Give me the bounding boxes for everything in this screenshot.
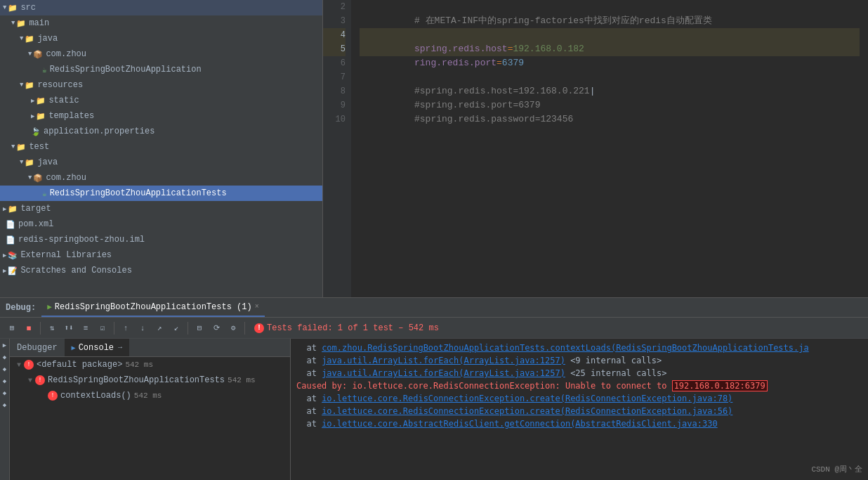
tree-item-iml[interactable]: 📄 redis-springboot-zhou.iml (0, 232, 322, 247)
tree-item-static[interactable]: ▶ 📁 static (0, 93, 322, 108)
tree-label: templates (48, 111, 94, 121)
sort-alpha-button[interactable]: ⇅ (44, 320, 60, 336)
stack-link-6[interactable]: io.lettuce.core.AbstractRedisClient.getC… (322, 419, 718, 429)
tree-item-pom[interactable]: 📄 pom.xml (0, 216, 322, 232)
hide-passed-button[interactable]: ☑ (95, 320, 110, 336)
stack-link-1[interactable]: com.zhou.RedisSpringBootZhouApplicationT… (322, 343, 809, 353)
refresh-button[interactable]: ⟳ (209, 320, 224, 336)
rerun-button[interactable]: ⊞ (4, 320, 20, 336)
tree-label: contextLoads() (60, 391, 131, 401)
tree-item-comzhou2[interactable]: ▼ 📦 com.zhou (0, 170, 322, 186)
side-btn-1[interactable]: ▶ (3, 342, 6, 349)
tree-label: RedisSpringBootZhouApplicationTests (48, 375, 225, 385)
scratch-icon: 📝 (8, 266, 18, 275)
debug-session-tab[interactable]: ▶ RedisSpringBootZhouApplicationTests (1… (41, 298, 265, 317)
tree-item-target[interactable]: ▶ 📁 target (0, 201, 322, 216)
tree-item-main[interactable]: ▼ 📁 main (0, 15, 322, 31)
folder-icon: 📁 (8, 205, 18, 214)
toolbar-sep-1 (40, 322, 41, 335)
console-output: at com.zhou.RedisSpringBootZhouApplicati… (291, 339, 868, 480)
test-class-icon: ☕ (42, 189, 47, 198)
debug-label: Debug: (3, 303, 39, 313)
tree-item-test[interactable]: ▼ 📁 test (0, 139, 322, 155)
java-folder-icon: 📁 (25, 34, 34, 44)
tree-item-test-class[interactable]: ☕ RedisSpringBootZhouApplicationTests (0, 186, 322, 201)
console-line-6: at io.lettuce.core.AbstractRedisClient.g… (296, 417, 862, 430)
tree-label: com.zhou (46, 49, 86, 59)
tab-debugger[interactable]: Debugger (10, 339, 65, 356)
settings-button[interactable]: ⚙ (225, 320, 241, 336)
tree-label: External Libraries (20, 250, 112, 260)
expand-btn[interactable]: ▼ (14, 360, 24, 370)
tree-item-java2[interactable]: ▼ 📁 java (0, 155, 322, 170)
tree-item-scratches[interactable]: ▶ 📝 Scratches and Consoles (0, 263, 322, 278)
tree-item-comzhou[interactable]: ▼ 📦 com.zhou (0, 46, 322, 62)
tree-item-java[interactable]: ▼ 📁 java (0, 31, 322, 46)
console-line-5: at io.lettuce.core.RedisConnectionExcept… (296, 405, 862, 417)
up-button[interactable]: ↑ (118, 320, 133, 336)
error-circle-icon: ! (24, 360, 34, 370)
sort-duration-button[interactable]: ⬆⬇ (61, 320, 77, 336)
folder-icon: 📁 (25, 81, 34, 90)
down-button[interactable]: ↓ (135, 320, 150, 336)
console-tab-icon: ▶ (72, 344, 76, 352)
time-badge: 542 ms (228, 376, 256, 384)
side-btn-2[interactable]: ◆ (3, 353, 6, 361)
debugger-tab-label: Debugger (17, 343, 58, 353)
tree-item-resources[interactable]: ▼ 📁 resources (0, 77, 322, 93)
tree-item-context-loads[interactable]: ! contextLoads() 542 ms (10, 388, 290, 403)
code-content[interactable]: # 在META-INF中的spring-factories中找到对应的redis… (351, 0, 868, 297)
expand-arrow: ▼ (3, 4, 6, 11)
debug-tab-close-icon[interactable]: × (255, 303, 259, 311)
tree-item-app-class[interactable]: ☕ RedisSpringBootZhouApplication (0, 62, 322, 77)
debug-session-label: RedisSpringBootZhouApplicationTests (1) (55, 302, 252, 312)
side-btn-3[interactable]: ◆ (3, 365, 6, 373)
expand-arrow: ▼ (11, 20, 15, 27)
folder-icon: 📁 (16, 19, 26, 28)
tree-label: Scratches and Consoles (20, 266, 131, 275)
stop-button[interactable]: ◼ (21, 320, 37, 336)
side-btn-5[interactable]: ◆ (3, 389, 6, 397)
tree-item-default-package[interactable]: ▼ ! <default package> 542 ms (10, 357, 290, 372)
code-line-7: #spring.redis.host=192.168.0.221| (360, 70, 860, 84)
debug-toolbar: ⊞ ◼ ⇅ ⬆⬇ ≡ ☑ ↑ ↓ ↗ ↙ ⊟ ⟳ ⚙ ! Tests faile… (0, 318, 868, 339)
side-btn-4[interactable]: ◆ (3, 377, 6, 385)
code-line-4: spring.redis.host=192.168.0.182 (360, 28, 860, 42)
debugger-console-tabs: Debugger ▶ Console → (10, 339, 290, 357)
tree-item-app-properties[interactable]: 🍃 application.properties (0, 124, 322, 139)
folder-icon: 📁 (36, 112, 46, 121)
code-line-2: # 在META-INF中的spring-factories中找到对应的redis… (360, 0, 860, 14)
toolbar-sep-4 (244, 322, 245, 335)
console-line-3: at java.util.ArrayList.forEach(ArrayList… (296, 367, 862, 380)
bottom-panel: Debug: ▶ RedisSpringBootZhouApplicationT… (0, 297, 868, 480)
expand-arrow: ▼ (20, 82, 23, 89)
folder-icon: 📁 (8, 4, 18, 13)
tab-console[interactable]: ▶ Console → (65, 339, 129, 356)
tree-label: test (29, 142, 49, 152)
stack-link-2[interactable]: java.util.ArrayList.forEach(ArrayList.ja… (322, 356, 565, 365)
tree-item-external-libs[interactable]: ▶ 📚 External Libraries (0, 247, 322, 263)
expand-arrow: ▶ (3, 267, 6, 275)
tree-item-test-class-debug[interactable]: ▼ ! RedisSpringBootZhouApplicationTests … (10, 372, 290, 388)
side-btn-6[interactable]: ◆ (3, 401, 6, 409)
tree-label: main (29, 18, 49, 28)
expand-arrow: ▶ (31, 97, 34, 105)
group-button[interactable]: ≡ (78, 320, 93, 336)
stack-link-4[interactable]: io.lettuce.core.RedisConnectionException… (322, 394, 732, 403)
tree-item-templates[interactable]: ▶ 📁 templates (0, 108, 322, 124)
toolbar-sep-2 (114, 322, 114, 335)
tests-failed-indicator: ! Tests failed: 1 of 1 test – 542 ms (249, 323, 445, 333)
stack-link-5[interactable]: io.lettuce.core.RedisConnectionException… (322, 406, 732, 416)
tree-label: RedisSpringBootZhouApplication (50, 65, 202, 74)
stack-link-3[interactable]: java.util.ArrayList.forEach(ArrayList.ja… (322, 368, 565, 378)
toolbar-sep-3 (188, 322, 188, 335)
import-button[interactable]: ↙ (169, 320, 184, 336)
package-icon: 📦 (33, 50, 43, 59)
expand-btn[interactable]: ▼ (25, 375, 35, 385)
console-line-2: at java.util.ArrayList.forEach(ArrayList… (296, 354, 862, 367)
tree-label: java (37, 34, 58, 44)
expand-arrow: ▶ (3, 252, 6, 259)
tree-item-src[interactable]: ▼ 📁 src (0, 0, 322, 15)
export-button[interactable]: ↗ (152, 320, 167, 336)
minus-button[interactable]: ⊟ (192, 320, 207, 336)
